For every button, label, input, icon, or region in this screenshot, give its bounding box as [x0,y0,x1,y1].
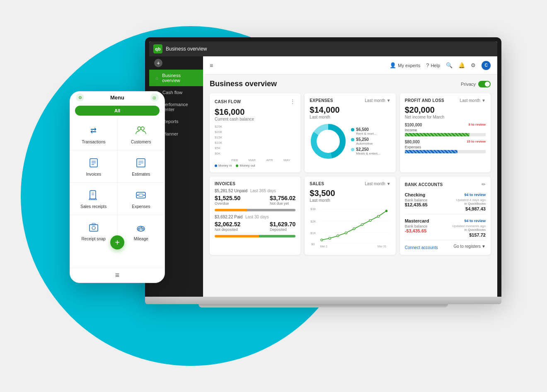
svg-point-0 [138,127,141,130]
bank-accounts-card: BANK ACCOUNTS ✏ Checking 94 to review [400,177,491,255]
phone-frame: ⚙ Menu ◎ All ⇄ Transactions [70,91,165,283]
cash-flow-card: CASH FLOW ⋮ $16,000 Current cash balance… [210,93,300,172]
settings-icon[interactable]: ⚙ [471,62,476,68]
pl-expense-review[interactable]: 15 to review [467,140,486,144]
pl-period[interactable]: Last month ▼ [460,98,486,103]
pl-expense-bar [405,150,457,153]
edit-icon[interactable]: ✏ [482,181,486,187]
mastercard-bank-label: Bank balance [405,224,428,228]
page-title: Business overview [210,80,277,88]
pl-income-section: $100,000 8 to review Income [405,123,486,136]
menu-hamburger-icon[interactable]: ≡ [210,62,213,69]
sales-receipts-icon [87,189,100,202]
checking-balance-row: Bank balance $12,435.65 Updated 4 days a… [405,198,486,211]
cash-flow-label: Current cash balance [215,117,295,121]
y-label-0k: $0K [215,152,223,155]
svg-text:$2K: $2K [310,220,317,223]
connect-accounts-link[interactable]: Connect accounts [405,245,438,250]
laptop-foot [198,304,448,307]
pl-income-sublabel-row: Income [405,128,486,132]
phone-item-invoices[interactable]: Invoices [70,150,117,182]
phone-bottom-bar: ≡ [70,268,165,283]
sales-period-label: Last month [365,181,385,186]
bank-footer: Connect accounts Go to registers ▼ [405,243,486,250]
checking-qb-label: in QuickBooks [456,202,486,206]
invoice-paid-row: $2,062.52 Not deposited $1,629.70 Deposi… [215,221,295,232]
search-icon[interactable]: 🔍 [446,62,453,68]
donut-amount-rent: $6,500 [356,127,369,132]
y-axis-labels: $25K $20K $15K $10K $5K $0K [215,125,223,155]
svg-point-22 [142,228,143,230]
deposited-label: Deposited [270,227,295,232]
toggle-switch[interactable] [478,81,491,87]
sales-svg: $3K $2K $1K $0 [310,206,390,247]
invoice-notdue-block: $3,756.02 Not due yet [270,195,295,206]
person-icon: 👤 [390,62,396,68]
invoice-bar-unpaid [215,209,295,211]
svg-point-40 [361,224,363,226]
phone-item-sales-receipts[interactable]: Sales receipts [70,183,117,215]
sales-label: Last month [310,198,390,203]
notdeposited-label: Not deposited [215,227,240,232]
pl-expense-bar-row [405,150,486,153]
privacy-toggle[interactable]: Privacy [461,81,491,87]
hamburger-bottom-icon: ≡ [115,271,120,280]
phone-item-transactions[interactable]: ⇄ Transactions [70,118,117,150]
donut-legend: $6,500 Rent & mort... $5,250 [351,127,380,155]
sales-period[interactable]: Last month ▼ [365,181,390,186]
go-registers-button[interactable]: Go to registers ▼ [453,244,486,249]
invoice-bar-paid [215,235,295,237]
mastercard-review[interactable]: 94 to review [464,219,486,223]
phone-item-mileage[interactable]: Mileage [118,215,165,247]
pl-expense-amount: $80,000 [405,140,420,144]
pl-expense-row: $80,000 15 to review [405,140,486,144]
checking-bank-amount: $12,435.65 [405,202,428,207]
deposited-bar [259,235,295,237]
go-registers-label: Go to registers [453,244,481,249]
sidebar-plus-button[interactable]: + [154,59,162,67]
mastercard-updated: Updated moments ago [452,224,486,228]
phone-item-customers[interactable]: Customers [118,118,165,150]
notdue-label: Not due yet [270,201,295,206]
y-label-15k: $15K [215,136,223,139]
topbar-title: Business overview [166,46,207,52]
not-deposited-block: $2,062.52 Not deposited [215,221,240,232]
cash-flow-menu[interactable]: ⋮ [290,98,295,105]
sidebar-label-cash-flow: Cash flow [162,90,182,95]
sidebar-item-business-overview[interactable]: ⌂ Business overview [149,70,203,86]
phone-all-tab[interactable]: All [75,106,160,116]
donut-amount-meals: $2,250 [356,147,369,152]
pl-label: Net income for March [405,115,486,119]
qb-topbar: qb Business overview [149,41,497,56]
help-label: Help [431,63,440,68]
mastercard-qb-amount: $157.72 [452,232,486,237]
pl-income-bar-row [405,133,486,136]
paid-amount: $3,692.22 Paid [215,215,242,219]
help-button[interactable]: ? Help [426,62,440,68]
customers-icon [134,124,148,137]
pl-income-bar [405,133,470,136]
my-experts-button[interactable]: 👤 My experts [390,62,420,68]
phone-item-expenses[interactable]: Expenses [118,183,165,215]
bell-icon[interactable]: 🔔 [458,62,465,68]
svg-point-39 [353,228,355,230]
svg-point-16 [144,195,145,196]
expenses-period[interactable]: Last month ▼ [365,98,390,103]
notdeposited-amount: $2,062.52 [215,221,240,227]
profit-loss-card: PROFIT AND LOSS Last month ▼ $20,000 Net… [400,93,491,172]
svg-point-38 [345,232,347,234]
fab-button[interactable]: + [110,235,124,249]
pl-income-review[interactable]: 8 to review [469,123,486,127]
qb-content-area: Business overview Privacy [203,75,497,260]
checking-review[interactable]: 94 to review [464,193,486,197]
notdeposited-bar [215,235,259,237]
expenses-card: EXPENSES Last month ▼ $14,000 Last month [305,93,395,172]
user-avatar[interactable]: C [482,61,491,70]
qb-logo: qb [153,44,162,53]
phone-item-estimates[interactable]: Estimates [118,150,165,182]
mobile-phone: ⚙ Menu ◎ All ⇄ Transactions [70,91,165,283]
unpaid-period: Last 365 days [250,189,276,193]
x-axis-labels: FEB MAR APR MAY [226,158,295,162]
invoices-header: INVOICES [215,181,295,186]
pl-header: PROFIT AND LOSS Last month ▼ [405,98,486,103]
